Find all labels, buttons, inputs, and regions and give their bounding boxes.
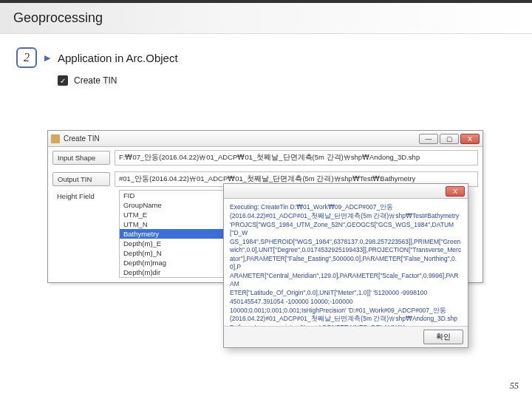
log-line: wich",0.0],UNIT["Degree",0.0174532925199… xyxy=(230,246,462,254)
input-shape-field[interactable]: F:₩07_안동(2016.04.22)₩01_ADCP₩01_첫째날_단면계측… xyxy=(115,150,478,166)
app-icon xyxy=(51,134,60,143)
bullet-label: Create TIN xyxy=(74,75,117,86)
page-title: Geoprocessing xyxy=(13,10,103,26)
listbox-item[interactable]: UTM_E xyxy=(120,210,236,219)
input-shape-label[interactable]: Input Shape xyxy=(52,151,110,165)
bullet-row: ✓ Create TIN xyxy=(58,75,532,86)
listbox-item[interactable]: FID xyxy=(120,191,236,200)
log-line: GS_1984",SPHEROID["WGS_1984",6378137.0,2… xyxy=(230,238,462,246)
create-tin-titlebar[interactable]: Create TIN — ▢ X xyxy=(48,131,482,147)
listbox-item[interactable]: Depth(m)dir xyxy=(120,267,236,277)
check-icon: ✓ xyxy=(58,75,68,86)
log-window: X Executing: CreateTin D:₩01_Work₩09_ADC… xyxy=(223,183,468,348)
page-number: 55 xyxy=(510,381,519,392)
listbox-item[interactable]: GroupName xyxy=(120,200,236,210)
section-row: 2 ▶ Application in Arc.Object xyxy=(16,47,532,68)
page-header: Geoprocessing xyxy=(0,3,532,34)
log-line: 10000;0.001;0.001;0.001;IsHighPrecision'… xyxy=(230,307,462,315)
listbox-item[interactable]: UTM_N xyxy=(120,219,236,229)
minimize-button[interactable]: — xyxy=(419,134,438,144)
create-tin-title: Create TIN xyxy=(64,134,100,143)
maximize-button[interactable]: ▢ xyxy=(440,134,459,144)
height-field-label: Height Field xyxy=(52,190,110,202)
arrow-icon: ▶ xyxy=(44,53,50,63)
log-footer: 확인 xyxy=(224,326,468,347)
log-line: (2016.04.22)#01_ADCP#01_첫째날_단면계측(5m 간격)₩… xyxy=(230,315,462,323)
ok-button[interactable]: 확인 xyxy=(423,330,463,344)
log-line: 450145547.391054 -100000 10000;-100000 xyxy=(230,298,462,306)
log-line: ARAMETER["Central_Meridian",129.0],PARAM… xyxy=(230,272,462,288)
log-line: 'PROJCS["WGS_1984_UTM_Zone_52N",GEOGCS["… xyxy=(230,221,462,237)
close-button[interactable]: X xyxy=(460,134,480,144)
log-line: ETER["Latitude_Of_Origin",0.0],UNIT["Met… xyxy=(230,289,462,297)
section-number-badge: 2 xyxy=(16,47,37,68)
listbox-item[interactable]: Bathymetry xyxy=(120,229,236,239)
log-line: Executing: CreateTin D:₩01_Work₩09_ADCP#… xyxy=(230,203,462,211)
section-title: Application in Arc.Object xyxy=(58,52,178,64)
log-body[interactable]: Executing: CreateTin D:₩01_Work₩09_ADCP#… xyxy=(224,199,468,326)
log-close-button[interactable]: X xyxy=(446,186,465,197)
output-tin-label[interactable]: Output TIN xyxy=(52,172,110,186)
listbox-item[interactable]: Depth(m)_E xyxy=(120,239,236,248)
log-titlebar[interactable]: X xyxy=(224,184,468,199)
height-field-listbox[interactable]: FIDGroupNameUTM_EUTM_NBathymetryDepth(m)… xyxy=(119,190,237,278)
listbox-item[interactable]: Depth(m)mag xyxy=(120,258,236,267)
log-line: ator"],PARAMETER["False_Easting",500000.… xyxy=(230,255,462,271)
listbox-item[interactable]: Depth(m)_N xyxy=(120,248,236,258)
log-line: (2016.04.22)#01_ADCP#01_첫째날_단면계측(5m 간격)₩… xyxy=(230,212,462,220)
